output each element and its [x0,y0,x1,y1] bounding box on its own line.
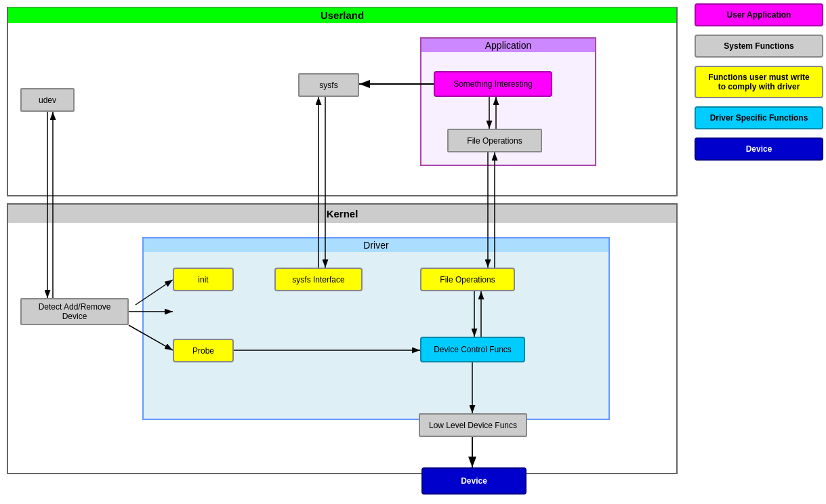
legend-user-application: User Application [695,3,823,26]
detect-add-remove-box: Detect Add/Remove Device [20,298,129,325]
probe-box: Probe [173,339,234,362]
device-control-funcs-box: Device Control Funcs [420,337,525,362]
file-operations-app-box: File Operations [447,129,542,152]
legend: User Application System Functions Functi… [695,3,823,169]
kernel-label: Kernel [8,205,676,223]
sysfs-box: sysfs [298,73,359,97]
udev-box: udev [20,88,75,112]
device-box: Device [421,467,526,495]
driver-box-label: Driver [144,238,608,252]
application-box-label: Application [421,39,595,52]
legend-driver-specific: Driver Specific Functions [695,106,823,129]
something-interesting-box: Something Interesting [434,71,552,97]
sysfs-interface-box: sysfs Interface [274,268,363,291]
driver-box: Driver [142,237,610,420]
low-level-device-funcs-box: Low Level Device Funcs [419,413,527,437]
legend-system-functions: System Functions [695,35,823,58]
legend-functions-user-must: Functions user must writeto comply with … [695,66,823,98]
legend-device: Device [695,138,823,161]
userland-label: Userland [8,7,676,23]
file-operations-driver-box: File Operations [420,268,515,291]
diagram: Userland Kernel Application Driver udev … [0,0,691,504]
init-box: init [173,268,234,291]
